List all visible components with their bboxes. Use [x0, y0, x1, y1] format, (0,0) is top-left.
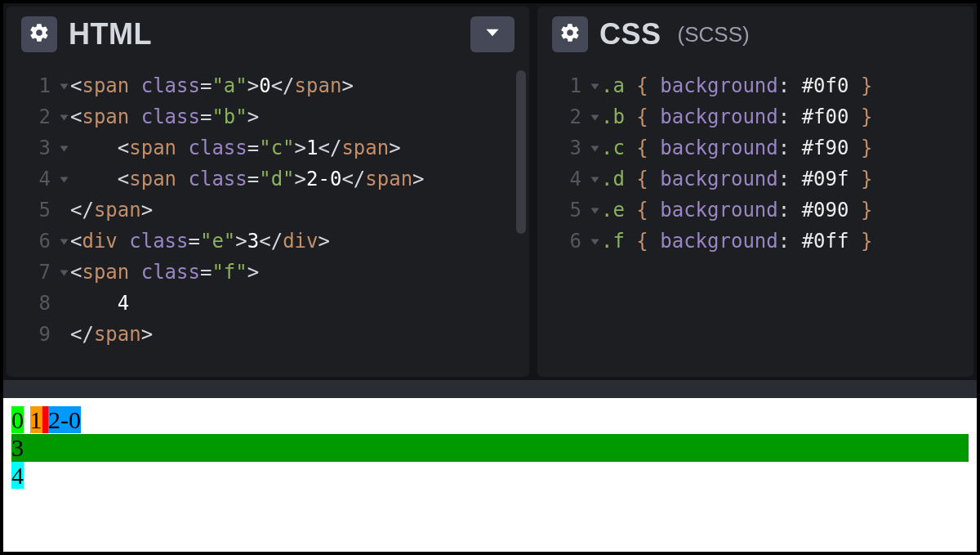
html-code[interactable]: <span class="a">0</span><span class="b">… — [70, 70, 518, 350]
css-gutter: 123456 — [537, 70, 588, 257]
code-line[interactable]: .b { background: #f00 } — [601, 101, 962, 132]
line-number: 3 — [7, 132, 57, 163]
preview-span-d: 2-0 — [48, 406, 81, 433]
css-settings-button[interactable] — [552, 16, 588, 52]
code-line[interactable]: 4 — [70, 288, 518, 319]
gear-icon — [559, 22, 581, 47]
code-line[interactable]: </span> — [70, 319, 518, 350]
html-settings-button[interactable] — [21, 16, 57, 52]
code-line[interactable]: .c { background: #f90 } — [601, 132, 962, 163]
code-line[interactable]: .d { background: #09f } — [601, 163, 962, 195]
code-line[interactable]: <span class="f"> — [70, 257, 518, 288]
gear-icon — [29, 22, 50, 47]
line-number: 3 — [537, 132, 588, 163]
preview-div-e: 3 — [11, 434, 969, 462]
code-line[interactable]: <span class="b"> — [70, 101, 518, 132]
code-line[interactable]: <span class="a">0</span> — [70, 70, 518, 101]
preview-span-f: 4 — [11, 462, 24, 489]
css-editor[interactable]: 123456 .a { background: #0f0 }.b { backg… — [537, 62, 973, 377]
line-number: 5 — [537, 195, 588, 226]
html-gutter: 123456789 — [7, 70, 57, 350]
line-number: 7 — [7, 257, 57, 288]
html-panel-menu-button[interactable] — [470, 16, 514, 52]
html-panel-title: HTML — [69, 17, 152, 51]
code-line[interactable]: .f { background: #0ff } — [601, 226, 962, 257]
html-panel: HTML 123456789 <span class="a">0</span><… — [7, 7, 529, 377]
line-number: 8 — [7, 288, 57, 319]
line-number: 1 — [537, 70, 588, 101]
line-number: 2 — [7, 101, 57, 132]
chevron-down-icon — [482, 22, 503, 47]
line-number: 9 — [7, 319, 57, 350]
code-line[interactable]: <div class="e">3</div> — [70, 226, 518, 257]
code-line[interactable]: <span class="c">1</span> — [70, 132, 518, 163]
line-number: 6 — [7, 226, 57, 257]
code-line[interactable]: .e { background: #090 } — [601, 195, 962, 226]
line-number: 1 — [7, 70, 57, 101]
preview-pane: 0 1 2-0 3 4 — [3, 398, 977, 552]
line-number: 6 — [537, 226, 588, 257]
resize-handle[interactable] — [3, 380, 977, 398]
line-number: 4 — [537, 163, 588, 195]
line-number: 2 — [537, 101, 588, 132]
html-editor[interactable]: 123456789 <span class="a">0</span><span … — [7, 62, 529, 377]
code-line[interactable]: <span class="d">2-0</span> — [70, 163, 518, 195]
line-number: 4 — [7, 163, 57, 195]
css-panel-title: CSS — [599, 17, 662, 51]
editors-row: HTML 123456789 <span class="a">0</span><… — [3, 3, 977, 380]
code-line[interactable]: .a { background: #0f0 } — [601, 70, 962, 101]
workspace: HTML 123456789 <span class="a">0</span><… — [3, 3, 977, 552]
css-panel: CSS (SCSS) 123456 .a { background: #0f0 … — [537, 7, 973, 377]
preview-span-c: 1 — [30, 406, 42, 433]
html-panel-header: HTML — [7, 7, 529, 62]
preview-span-a: 0 — [11, 406, 24, 433]
css-panel-header: CSS (SCSS) — [537, 7, 973, 62]
preview-span-b: 1 2-0 — [30, 406, 82, 433]
line-number: 5 — [7, 195, 57, 226]
code-line[interactable]: </span> — [70, 195, 518, 226]
css-panel-subtitle: (SCSS) — [678, 22, 750, 47]
css-code[interactable]: .a { background: #0f0 }.b { background: … — [601, 70, 962, 257]
